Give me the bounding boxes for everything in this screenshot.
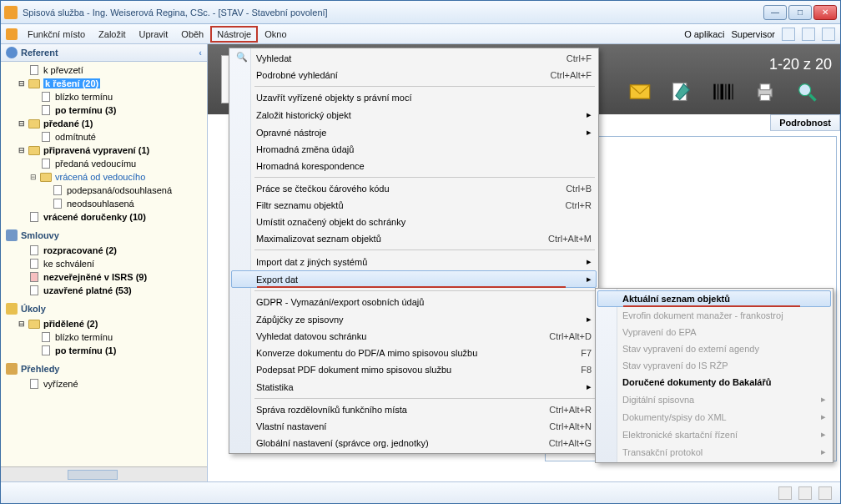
menuitem-gdpr[interactable]: GDPR - Vymazání/export osobních údajů xyxy=(231,294,597,310)
minimize-button[interactable]: — xyxy=(763,5,787,20)
child-minimize-button[interactable] xyxy=(782,28,795,41)
maximize-button[interactable]: □ xyxy=(788,5,812,20)
menuitem-vlastni-nastaveni[interactable]: Vlastní nastaveníCtrl+Alt+N xyxy=(231,418,597,435)
submenuitem-externi-agenda[interactable]: Stav vypravení do externí agendy xyxy=(597,340,831,357)
window-controls: — □ ✕ xyxy=(763,5,837,20)
submenuitem-is-rzp[interactable]: Stav vypravení do IS RŽP xyxy=(597,357,831,374)
tree-vracene-dorucenky[interactable]: vrácené doručenky (10) xyxy=(3,210,207,224)
submenuitem-aktualni-seznam[interactable]: Aktuální seznam objektů xyxy=(597,290,831,307)
tree-vracena-od-vedouciho[interactable]: ⊟vrácená od vedoucího xyxy=(3,170,207,184)
submenu-arrow-icon: ▸ xyxy=(821,411,826,422)
collapse-icon[interactable]: ‹ xyxy=(199,48,202,58)
menuitem-filtr-seznamu[interactable]: Filtr seznamu objektůCtrl+R xyxy=(231,197,597,214)
menubar: Funkční místo Založit Upravit Oběh Nástr… xyxy=(1,24,840,44)
column-header[interactable]: Podrobnost xyxy=(770,114,840,131)
menu-funkcni-misto[interactable]: Funkční místo xyxy=(21,26,92,43)
menuitem-globalni-nastaveni[interactable]: Globální nastavení (správce org. jednotk… xyxy=(231,435,597,451)
menuitem-podepsat-pdf[interactable]: Podepsat PDF dokument mimo spisovou služ… xyxy=(231,361,597,378)
tree-po-terminu[interactable]: po termínu (3) xyxy=(3,103,207,117)
menuitem-sprava-rozdelovniku[interactable]: Správa rozdělovníků funkčního místaCtrl+… xyxy=(231,401,597,418)
tree-k-reseni[interactable]: ⊟k řešení (20) xyxy=(3,77,207,90)
tree-ukoly-blizko[interactable]: blízko termínu xyxy=(3,330,207,344)
menu-separator xyxy=(254,177,595,178)
menu-okno[interactable]: Okno xyxy=(258,26,293,43)
section-prehledy[interactable]: Přehledy xyxy=(3,360,207,377)
tree-ke-schvaleni[interactable]: ke schválení xyxy=(3,257,207,270)
close-button[interactable]: ✕ xyxy=(813,5,837,20)
status-icon-2[interactable] xyxy=(798,486,812,500)
menu-nastroje[interactable]: Nástroje xyxy=(210,26,258,43)
sidebar: Referent ‹ k převzetí ⊟k řešení (20) blí… xyxy=(1,44,208,481)
about-link[interactable]: O aplikaci xyxy=(684,29,724,39)
submenu-arrow-icon: ▸ xyxy=(587,256,592,267)
menuitem-konverze-pdf[interactable]: Konverze dokumentu do PDF/A mimo spisovo… xyxy=(231,345,597,361)
menuitem-hromadna-korespondence[interactable]: Hromadná korespondence xyxy=(231,158,597,174)
submenu-arrow-icon: ▸ xyxy=(587,274,592,285)
tree-uzavrene[interactable]: uzavřené platné (53) xyxy=(3,284,207,297)
svg-rect-10 xyxy=(760,94,770,100)
window-title: Spisová služba - Ing. Weiserová Regina, … xyxy=(23,8,328,18)
submenu-arrow-icon: ▸ xyxy=(587,381,592,392)
highlight-underline xyxy=(257,286,566,288)
submenu-arrow-icon: ▸ xyxy=(821,446,826,457)
app-window: Spisová služba - Ing. Weiserová Regina, … xyxy=(0,0,841,504)
tree-blizko-terminu[interactable]: blízko termínu xyxy=(3,90,207,103)
submenuitem-skartacni-rizeni[interactable]: Elektronické skartační řízení▸ xyxy=(597,426,831,443)
section-smlouvy[interactable]: Smlouvy xyxy=(3,227,207,244)
menu-upravit[interactable]: Upravit xyxy=(132,26,174,43)
submenuitem-xml[interactable]: Dokumenty/spisy do XML▸ xyxy=(597,408,831,426)
sidebar-header[interactable]: Referent ‹ xyxy=(1,44,207,62)
mail-icon[interactable] xyxy=(628,80,652,103)
menuitem-podrobne-vyhledani[interactable]: Podrobné vyhledáníCtrl+Alt+F xyxy=(231,67,597,83)
tree-nezverejnene[interactable]: nezveřejněné v ISRS (9) xyxy=(3,270,207,284)
edit-icon[interactable] xyxy=(670,80,693,103)
menuitem-opravne-nastroje[interactable]: Opravné nástroje▸ xyxy=(231,123,597,141)
status-icon-3[interactable] xyxy=(818,486,832,500)
tree-pridelene[interactable]: ⊟přidělené (2) xyxy=(3,317,207,330)
tree-ukoly-po-terminu[interactable]: po termínu (1) xyxy=(3,344,207,357)
menuitem-vyhledat-datovou-schranku[interactable]: Vyhledat datovou schránkuCtrl+Alt+D xyxy=(231,328,597,345)
contracts-icon xyxy=(6,229,18,241)
menuitem-zapujcky[interactable]: Zápůjčky ze spisovny▸ xyxy=(231,310,597,328)
menu-zalozit[interactable]: Založit xyxy=(92,26,132,43)
tree-podepsana[interactable]: podepsaná/odsouhlasená xyxy=(3,184,207,197)
sidebar-scrollbar[interactable] xyxy=(1,466,207,481)
menuitem-uzavrit-vyrizene[interactable]: Uzavřít vyřízené objekty s právní mocí xyxy=(231,89,597,106)
submenuitem-epa[interactable]: Vypravení do EPA xyxy=(597,324,831,340)
submenuitem-bakalari[interactable]: Doručené dokumenty do Bakalářů xyxy=(597,374,831,391)
child-restore-button[interactable] xyxy=(802,28,815,41)
menuitem-zalozit-historicky[interactable]: Založit historický objekt▸ xyxy=(231,106,597,123)
tree-k-prevzeti[interactable]: k převzetí xyxy=(3,63,207,77)
svg-rect-9 xyxy=(760,83,770,89)
menuitem-ctecka-caroveho-kodu[interactable]: Práce se čtečkou čárového kóduCtrl+B xyxy=(231,180,597,197)
submenuitem-transakcni-protokol[interactable]: Transakční protokol▸ xyxy=(597,443,831,461)
menubar-app-icon xyxy=(6,28,18,40)
menuitem-import-dat[interactable]: Import dat z jiných systémů▸ xyxy=(231,253,597,270)
menuitem-vyhledat[interactable]: 🔍VyhledatCtrl+F xyxy=(231,50,597,67)
tree-odmitnute[interactable]: odmítnuté xyxy=(3,130,207,144)
tree-pripravena-vypraveni[interactable]: ⊟připravená vypravení (1) xyxy=(3,144,207,157)
menuitem-hromadna-zmena[interactable]: Hromadná změna údajů xyxy=(231,141,597,158)
menu-obeh[interactable]: Oběh xyxy=(174,26,210,43)
child-close-button[interactable] xyxy=(822,28,835,41)
submenu-arrow-icon: ▸ xyxy=(821,429,826,440)
scroll-thumb[interactable] xyxy=(68,470,118,480)
submenuitem-digitalni-spisovna[interactable]: Digitální spisovna▸ xyxy=(597,391,831,408)
tree-vyrizene[interactable]: vyřízené xyxy=(3,377,207,391)
svg-rect-2 xyxy=(713,83,715,99)
menuitem-statistika[interactable]: Statistika▸ xyxy=(231,378,597,396)
tree-rozpracovane[interactable]: rozpracované (2) xyxy=(3,244,207,257)
search-icon[interactable] xyxy=(795,80,818,103)
sidebar-header-label: Referent xyxy=(21,48,58,58)
status-icon-1[interactable] xyxy=(778,486,792,500)
print-icon[interactable] xyxy=(753,80,777,103)
tree-predane[interactable]: ⊟předané (1) xyxy=(3,117,207,130)
menuitem-umistit-do-schranky[interactable]: Umístit označený objekt do schránky xyxy=(231,214,597,230)
section-ukoly[interactable]: Úkoly xyxy=(3,300,207,317)
tree-predana-vedoucimu[interactable]: předaná vedoucímu xyxy=(3,157,207,170)
menuitem-maximalizovat-seznam[interactable]: Maximalizovat seznam objektůCtrl+Alt+M xyxy=(231,230,597,247)
submenuitem-evrofin[interactable]: Evrofin dokument manažer - frankostroj xyxy=(597,307,831,324)
barcode-icon[interactable] xyxy=(712,80,735,103)
tree-neodsouhlasena[interactable]: neodsouhlasená xyxy=(3,197,207,210)
menuitem-export-dat[interactable]: Export dat▸ xyxy=(231,270,597,288)
